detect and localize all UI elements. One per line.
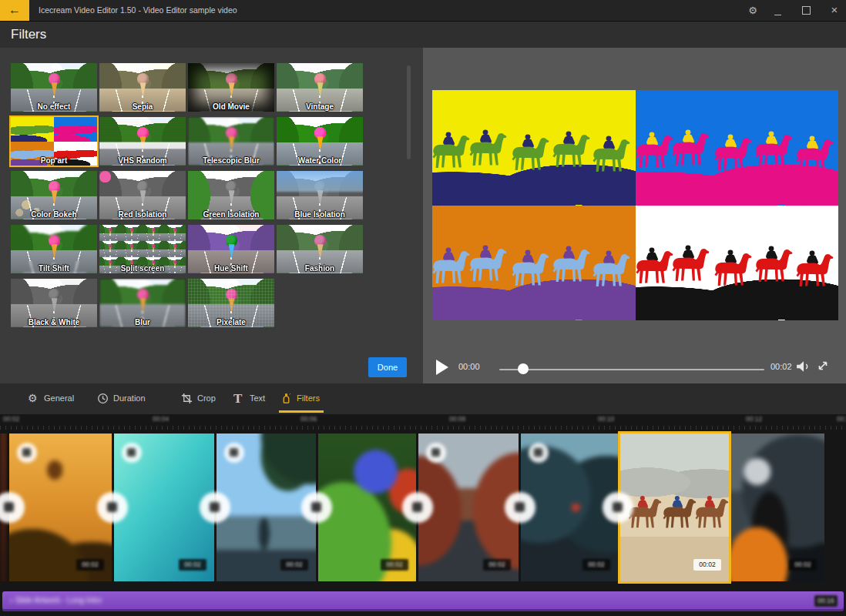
clip-filter-badge[interactable] (426, 443, 446, 463)
popart-cell (54, 117, 97, 142)
preview-quadrant (432, 90, 636, 206)
filter-thumb-green[interactable]: Green Isolation (188, 171, 274, 219)
preview-quadrant (636, 206, 839, 321)
transition-button[interactable] (505, 492, 535, 523)
filter-scene (121, 241, 143, 257)
tab-filters[interactable]: Filters (280, 390, 320, 407)
filter-thumb-red[interactable]: Red Isolation (99, 171, 186, 219)
ruler-time-label: 00:04 (153, 415, 169, 423)
transition-glyph (210, 502, 220, 512)
popart-cell (11, 117, 54, 142)
clip-filter-badge[interactable] (224, 443, 244, 463)
ruler-time-label: 00:10 (598, 415, 614, 423)
maximize-button[interactable] (799, 4, 813, 17)
current-time: 00:00 (458, 362, 480, 371)
scrollbar-thumb[interactable] (407, 65, 411, 159)
audio-track[interactable]: ♪ Slide Artwork - Long Intro 00:16 (2, 591, 844, 611)
filter-label: VHS Random (99, 156, 186, 165)
transition-button[interactable] (301, 492, 332, 523)
icecream-cone (131, 231, 133, 236)
icecream-cone (228, 244, 235, 259)
filter-thumb-bw[interactable]: Black & White (11, 279, 97, 327)
filter-thumb-split[interactable]: Split screen (99, 225, 186, 273)
clip-filter-badge[interactable] (122, 443, 142, 463)
filter-label: Black & White (11, 318, 97, 326)
seek-slider[interactable] (499, 369, 764, 370)
back-button[interactable]: ← (0, 0, 29, 21)
camel-silhouette (666, 232, 714, 294)
filter-thumb-pixelate[interactable]: Pixelate (188, 279, 274, 327)
filter-label: Vintage (277, 102, 363, 111)
done-button[interactable]: Done (368, 357, 407, 377)
filter-thumb-bokeh[interactable]: Color Bokeh (11, 171, 97, 219)
badge-glyph (127, 448, 136, 457)
timeline-clip-canyon-road[interactable]: 00:02 (418, 434, 519, 581)
app-window: ← Icecream Video Editor 1.50 - Video Edi… (0, 0, 846, 616)
tab-crop[interactable]: Crop (181, 390, 216, 407)
filter-thumb-telescopic[interactable]: Telescopic Blur (188, 117, 274, 166)
camel-silhouette (586, 122, 635, 185)
clip-filter-badge[interactable] (17, 443, 37, 463)
audio-duration-badge: 00:16 (814, 595, 838, 607)
filter-thumb-hue[interactable]: Hue Shift (188, 225, 274, 273)
transition-glyph (613, 502, 623, 512)
filter-thumb-none[interactable]: No effect (11, 63, 97, 112)
icecream-cone (153, 247, 154, 252)
filter-thumb-fashion[interactable]: Fashion (277, 225, 363, 273)
seek-knob[interactable] (518, 363, 529, 374)
filters-panel: No effectSepiaOld MovieVintagePop artVHS… (0, 48, 423, 383)
tab-duration[interactable]: Duration (97, 390, 146, 407)
timeline-clip-camels[interactable]: 00:02 (620, 434, 729, 581)
fullscreen-icon[interactable] (816, 359, 830, 373)
timeline-clip-monk[interactable]: 00:02 (731, 434, 824, 581)
filter-thumb-vhs[interactable]: VHS Random (99, 117, 186, 166)
filter-thumb-popart[interactable]: Pop art (11, 117, 97, 166)
minimize-button[interactable] (770, 4, 784, 17)
filter-thumb-blur[interactable]: Blur (99, 279, 186, 327)
icecream-cone (139, 82, 146, 97)
filter-scene (99, 241, 121, 257)
filter-thumb-oldmovie[interactable]: Old Movie (188, 63, 274, 112)
clip-duration-badge: 00:02 (179, 559, 206, 571)
filter-thumb-sepia[interactable]: Sepia (99, 63, 186, 112)
timeline-clip-parrot[interactable]: 00:02 (318, 434, 416, 581)
split-cell (143, 225, 164, 241)
filter-scene (143, 225, 164, 241)
transition-button[interactable] (402, 492, 433, 523)
tab-text[interactable]: TText (233, 390, 265, 407)
tab-label: General (44, 393, 74, 403)
clip-duration-badge: 00:02 (381, 559, 408, 571)
split-cell (121, 241, 143, 257)
transition-button[interactable] (603, 492, 633, 523)
transition-button[interactable] (200, 492, 230, 523)
clip-filter-badge[interactable] (529, 443, 549, 463)
filter-label: Tilt Shift (11, 264, 97, 273)
transition-button[interactable] (97, 492, 128, 523)
play-button[interactable] (436, 360, 448, 375)
icecream-cone (174, 247, 176, 252)
ruler-time-label: 00:08 (449, 415, 465, 423)
settings-gear-icon[interactable]: ⚙ (746, 4, 760, 17)
filter-scene (164, 225, 186, 241)
filter-thumb-water[interactable]: Water Color (277, 117, 363, 166)
split-cell (143, 241, 164, 257)
title-bar: ← Icecream Video Editor 1.50 - Video Edi… (0, 0, 846, 22)
timeline-ruler[interactable]: 00:0200:0400:0600:0800:1000:1200:14 (0, 414, 846, 430)
tab-label: Duration (113, 393, 146, 403)
close-button[interactable]: × (828, 4, 841, 17)
filter-thumb-blue[interactable]: Blue Isolation (277, 171, 363, 219)
filter-thumb-vintage[interactable]: Vintage (277, 63, 363, 112)
page-title: Filters (11, 22, 46, 48)
icecream-cone (317, 136, 324, 151)
filter-label: Pop art (11, 156, 97, 165)
filter-label: Telescopic Blur (188, 156, 274, 165)
icecream-cone (51, 82, 58, 97)
tab-general[interactable]: ⚙General (28, 390, 74, 407)
filter-label: Blue Isolation (277, 210, 363, 219)
badge-glyph (230, 448, 238, 457)
preview-panel: 00:00 00:02 (423, 48, 846, 383)
filter-thumb-tilt[interactable]: Tilt Shift (11, 225, 97, 273)
filter-label: Hue Shift (188, 264, 274, 273)
transition-glyph (107, 502, 117, 512)
volume-icon[interactable] (796, 360, 811, 373)
